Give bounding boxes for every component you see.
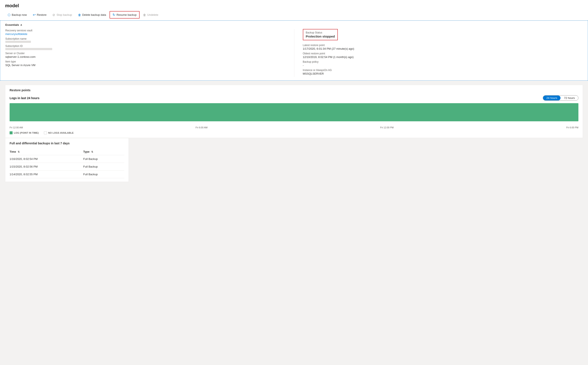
time-sort-icon[interactable]: ⇅ <box>18 151 20 153</box>
resume-backup-icon: ↻ <box>112 13 115 17</box>
type-sort-icon[interactable]: ⇅ <box>91 151 93 153</box>
restore-button[interactable]: ↩ Restore <box>30 12 49 18</box>
essentials-row-backup-status: Backup Status Protection stopped <box>303 29 583 42</box>
chart-bar-green <box>10 103 578 121</box>
undelete-icon: 🗑 <box>143 13 146 17</box>
backups-title: Full and differential backups in last 7 … <box>10 141 124 145</box>
table-cell-type: Full Backup <box>83 171 124 178</box>
toolbar: ⬡ Backup now ↩ Restore ⊘ Stop backup 🗑 D… <box>5 11 583 20</box>
table-cell-type: Full Backup <box>83 163 124 171</box>
essentials-section: Essentials ∧ Recovery services vault mer… <box>0 21 588 81</box>
essentials-row-subscription-id: Subscription ID <box>5 45 286 50</box>
table-row: 1/15/2020, 8:02:56 PMFull Backup <box>10 163 124 171</box>
col-header-time: Time ⇅ <box>10 148 83 155</box>
backups-section: Full and differential backups in last 7 … <box>5 138 129 182</box>
essentials-row-subscription-name: Subscription name <box>5 37 286 43</box>
delete-backup-data-button[interactable]: 🗑 Delete backup data <box>76 12 109 18</box>
stop-backup-icon: ⊘ <box>52 13 55 17</box>
chart-title: Logs in last 24 hours <box>10 96 39 100</box>
main-content: Restore points Logs in last 24 hours 24 … <box>0 81 588 190</box>
page-header: model ⬡ Backup now ↩ Restore ⊘ Stop back… <box>0 0 588 21</box>
table-cell-time: 1/14/2020, 8:02:55 PM <box>10 171 83 178</box>
essentials-grid: Recovery services vault mercurysoftdelet… <box>5 29 583 77</box>
col-header-type: Type ⇅ <box>83 148 124 155</box>
chart-timeline: Fri 12:00 AM Fri 6:00 AM Fri 12:00 PM Fr… <box>10 126 578 129</box>
essentials-row-latest-restore: Latest restore point 1/17/2020, 6:01:34 … <box>303 44 583 50</box>
chart-area <box>10 103 578 125</box>
essentials-right: Backup Status Protection stopped Latest … <box>294 29 583 77</box>
time-toggle: 24 hours 72 hours <box>543 95 578 101</box>
legend-item-log: LOG (POINT IN TIME) <box>10 131 39 134</box>
table-cell-time: 1/15/2020, 8:02:56 PM <box>10 163 83 171</box>
restore-points-title: Restore points <box>10 89 578 92</box>
subscription-id-placeholder <box>5 48 52 50</box>
backup-status-box: Backup Status Protection stopped <box>303 29 338 40</box>
essentials-header: Essentials ∧ <box>5 23 583 27</box>
essentials-row-backup-policy: Backup policy - <box>303 60 583 67</box>
essentials-row-item-type: Item type SQL Server in Azure VM <box>5 60 286 67</box>
essentials-row-oldest-restore: Oldest restore point 12/10/2019, 8:02:54… <box>303 52 583 59</box>
legend-color-green <box>10 131 13 134</box>
backup-now-button[interactable]: ⬡ Backup now <box>5 12 29 18</box>
essentials-left: Recovery services vault mercurysoftdelet… <box>5 29 294 77</box>
backup-now-icon: ⬡ <box>8 13 10 17</box>
backups-tbody: 1/16/2020, 8:02:54 PMFull Backup1/15/202… <box>10 155 124 178</box>
backups-table: Time ⇅ Type ⇅ 1/16/2020, 8:02:54 PMFull … <box>10 148 124 178</box>
table-cell-type: Full Backup <box>83 155 124 163</box>
table-row: 1/14/2020, 8:02:55 PMFull Backup <box>10 171 124 178</box>
essentials-row-instance: Instance or AlwaysOn AG MSSQLSERVER <box>303 69 583 75</box>
backups-table-header: Time ⇅ Type ⇅ <box>10 148 124 155</box>
essentials-chevron-icon[interactable]: ∧ <box>20 23 22 27</box>
table-row: 1/16/2020, 8:02:54 PMFull Backup <box>10 155 124 163</box>
subscription-name-placeholder <box>5 41 31 43</box>
table-cell-time: 1/16/2020, 8:02:54 PM <box>10 155 83 163</box>
essentials-row-server: Server or Cluster sqlserver-1.contoso.co… <box>5 52 286 58</box>
essentials-row-vault: Recovery services vault mercurysoftdelet… <box>5 29 286 35</box>
chart-header: Logs in last 24 hours 24 hours 72 hours <box>10 95 578 101</box>
resume-backup-button[interactable]: ↻ Resume backup <box>110 11 140 19</box>
legend-color-white <box>44 131 47 134</box>
stop-backup-button[interactable]: ⊘ Stop backup <box>50 12 74 18</box>
time-toggle-24h[interactable]: 24 hours <box>543 96 561 100</box>
legend-item-no-logs: NO LOGS AVAILABLE <box>44 131 74 134</box>
restore-points-section: Restore points Logs in last 24 hours 24 … <box>5 85 583 138</box>
delete-backup-icon: 🗑 <box>78 13 81 17</box>
page-title: model <box>5 3 583 8</box>
time-toggle-72h[interactable]: 72 hours <box>560 96 578 100</box>
restore-icon: ↩ <box>33 13 36 17</box>
undelete-button[interactable]: 🗑 Undelete <box>140 12 161 18</box>
vault-link[interactable]: mercurysoftdelete <box>5 32 27 35</box>
chart-legend: LOG (POINT IN TIME) NO LOGS AVAILABLE <box>10 131 578 134</box>
